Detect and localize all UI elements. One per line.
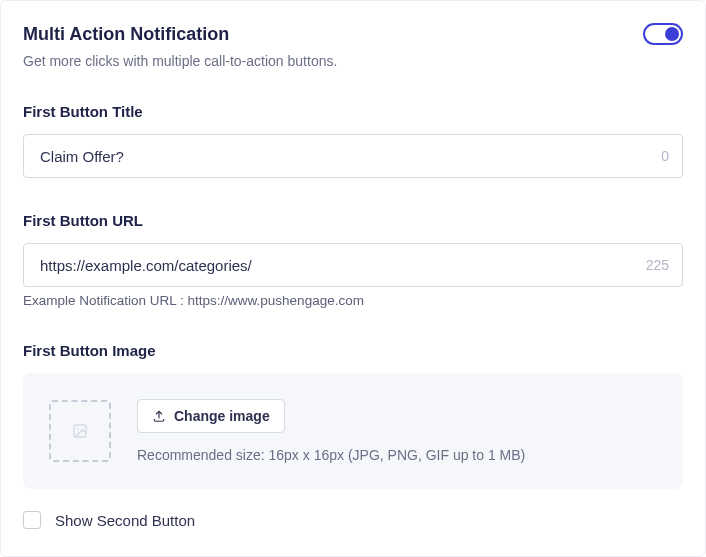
multi-action-panel: Multi Action Notification Get more click… <box>0 0 706 557</box>
image-icon <box>72 423 88 439</box>
change-image-button[interactable]: Change image <box>137 399 285 433</box>
first-button-title-label: First Button Title <box>23 103 683 120</box>
image-placeholder[interactable] <box>49 400 111 462</box>
svg-point-1 <box>77 428 79 430</box>
toggle-knob <box>665 27 679 41</box>
first-button-url-wrap: 225 <box>23 243 683 287</box>
first-button-url-input[interactable] <box>23 243 683 287</box>
show-second-button-checkbox[interactable] <box>23 511 41 529</box>
second-button-row: Show Second Button <box>23 511 683 529</box>
enable-toggle[interactable] <box>643 23 683 45</box>
panel-header: Multi Action Notification <box>23 23 683 45</box>
image-upload-box: Change image Recommended size: 16px x 16… <box>23 373 683 489</box>
first-button-url-label: First Button URL <box>23 212 683 229</box>
show-second-button-label: Show Second Button <box>55 512 195 529</box>
first-button-url-count: 225 <box>646 257 669 273</box>
first-button-image-label: First Button Image <box>23 342 683 359</box>
first-button-title-count: 0 <box>661 148 669 164</box>
upload-icon <box>152 409 166 423</box>
change-image-label: Change image <box>174 408 270 424</box>
image-size-hint: Recommended size: 16px x 16px (JPG, PNG,… <box>137 447 525 463</box>
first-button-title-block: First Button Title 0 <box>23 103 683 178</box>
first-button-url-helper: Example Notification URL : https://www.p… <box>23 293 683 308</box>
first-button-title-wrap: 0 <box>23 134 683 178</box>
first-button-image-block: First Button Image Change image <box>23 342 683 489</box>
image-right-col: Change image Recommended size: 16px x 16… <box>137 399 525 463</box>
page-title: Multi Action Notification <box>23 24 229 45</box>
page-description: Get more clicks with multiple call-to-ac… <box>23 53 683 69</box>
first-button-url-block: First Button URL 225 Example Notificatio… <box>23 212 683 308</box>
first-button-title-input[interactable] <box>23 134 683 178</box>
